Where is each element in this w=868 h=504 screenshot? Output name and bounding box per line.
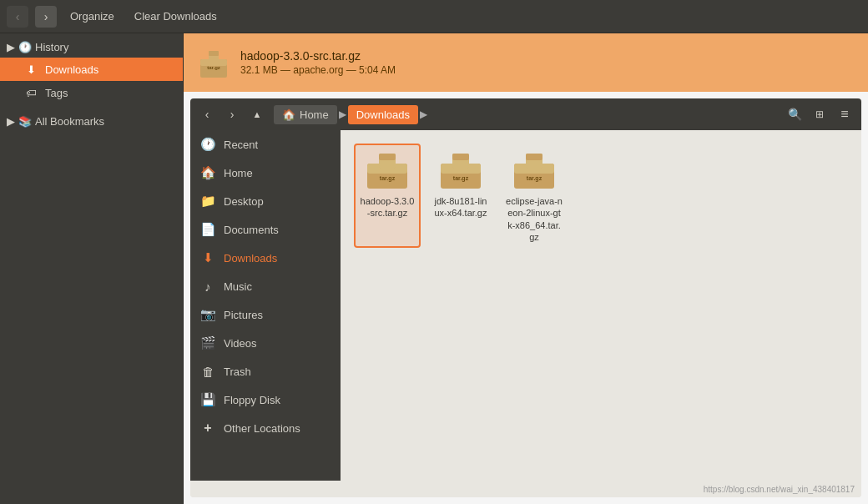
fm-footer: https://blog.csdn.net/wai_xin_438401817 [190, 481, 861, 497]
all-bookmarks-label: All Bookmarks [35, 115, 104, 128]
floppy-icon: 💾 [200, 392, 215, 407]
desktop-icon: 📁 [200, 194, 215, 209]
downloads-sidebar: ▶ 🕐 History ⬇ Downloads 🏷 Tags ▶ 📚 All B… [0, 33, 184, 504]
fm-up-button[interactable]: ▲ [245, 103, 269, 126]
music-icon: ♪ [200, 279, 215, 294]
fm-sidebar-recent[interactable]: 🕐 Recent [190, 130, 341, 159]
svg-rect-18 [526, 154, 542, 160]
back-button[interactable]: ‹ [7, 6, 28, 28]
fm-toolbar: ‹ › ▲ 🏠 Home ▶ Downloads ▶ 🔍 ⊞ [190, 98, 861, 130]
file-item-jdk[interactable]: tar.gz jdk-8u181-linux-x64.tar.gz [427, 144, 494, 248]
fm-body: 🕐 Recent 🏠 Home 📁 Desktop 📄 Documents [190, 130, 861, 481]
fm-view-toggle-button[interactable]: ⊞ [808, 103, 831, 126]
fm-sidebar-videos[interactable]: 🎬 Videos [190, 329, 341, 357]
fm-sidebar-floppy[interactable]: 💾 Floppy Disk [190, 386, 341, 414]
svg-rect-3 [209, 51, 219, 56]
svg-text:tar.gz: tar.gz [380, 175, 396, 182]
file-label-hadoop: hadoop-3.3.0-src.tar.gz [359, 195, 416, 219]
fm-sidebar-downloads[interactable]: ⬇ Downloads [190, 244, 341, 272]
fm-files-area: tar.gz hadoop-3.3.0-src.tar.gz [341, 130, 861, 481]
videos-icon: 🎬 [200, 335, 215, 350]
bookmarks-icon: 📚 [18, 115, 32, 128]
fm-toolbar-right: 🔍 ⊞ ≡ [783, 103, 856, 126]
fm-menu-button[interactable]: ≡ [833, 103, 856, 126]
fm-breadcrumb: 🏠 Home ▶ Downloads ▶ [270, 105, 781, 124]
fm-sidebar-desktop[interactable]: 📁 Desktop [190, 187, 341, 215]
main-layout: ▶ 🕐 History ⬇ Downloads 🏷 Tags ▶ 📚 All B… [0, 33, 868, 504]
recent-icon: 🕐 [200, 137, 215, 152]
svg-rect-13 [452, 154, 469, 160]
breadcrumb-home[interactable]: 🏠 Home [274, 105, 337, 124]
forward-button[interactable]: › [35, 6, 57, 28]
pictures-icon: 📷 [200, 307, 215, 322]
download-bar-icon: tar.gz [197, 46, 230, 79]
history-expand-arrow: ▶ [7, 41, 15, 53]
fm-sidebar-pictures[interactable]: 📷 Pictures [190, 300, 341, 329]
tags-label: Tags [45, 87, 68, 99]
sidebar-item-downloads[interactable]: ⬇ Downloads [0, 58, 183, 81]
fm-forward-button[interactable]: › [220, 103, 244, 126]
download-meta: 32.1 MB — apache.org — 5:04 AM [240, 64, 855, 76]
bookmarks-expand-arrow: ▶ [7, 115, 15, 128]
file-icon-jdk: tar.gz [439, 149, 482, 192]
home-breadcrumb-icon: 🏠 [282, 108, 295, 121]
trash-icon: 🗑 [200, 364, 215, 379]
file-icon-eclipse: tar.gz [512, 149, 556, 192]
breadcrumb-separator: ▶ [339, 108, 346, 120]
download-filename: hadoop-3.3.0-src.tar.gz [240, 49, 855, 63]
fm-sidebar-documents[interactable]: 📄 Documents [190, 215, 341, 244]
file-item-eclipse[interactable]: tar.gz eclipse-java-neon-2linux-gtk-x86_… [501, 144, 568, 248]
sidebar-bookmarks-group[interactable]: ▶ 📚 All Bookmarks [0, 111, 183, 132]
documents-icon: 📄 [200, 222, 215, 237]
svg-text:tar.gz: tar.gz [453, 175, 469, 182]
downloads-icon: ⬇ [23, 62, 38, 77]
file-icon-hadoop: tar.gz [366, 149, 409, 192]
fm-sidebar-trash[interactable]: 🗑 Trash [190, 357, 341, 386]
tags-icon: 🏷 [23, 85, 38, 100]
fm-search-button[interactable]: 🔍 [783, 103, 806, 126]
svg-text:tar.gz: tar.gz [527, 175, 542, 182]
download-bar: tar.gz hadoop-3.3.0-src.tar.gz 32.1 MB —… [184, 33, 868, 92]
svg-rect-8 [379, 154, 396, 160]
file-item-hadoop[interactable]: tar.gz hadoop-3.3.0-src.tar.gz [354, 144, 421, 248]
organize-button[interactable]: Organize [63, 7, 121, 26]
file-label-eclipse: eclipse-java-neon-2linux-gtk-x86_64.tar.… [506, 195, 563, 243]
clock-icon: 🕐 [18, 41, 32, 53]
content-area: tar.gz hadoop-3.3.0-src.tar.gz 32.1 MB —… [184, 33, 868, 504]
downloads-label: Downloads [45, 63, 98, 76]
file-label-jdk: jdk-8u181-linux-x64.tar.gz [432, 195, 489, 219]
download-bar-info: hadoop-3.3.0-src.tar.gz 32.1 MB — apache… [240, 49, 855, 76]
home-icon: 🏠 [200, 165, 215, 180]
file-manager: ‹ › ▲ 🏠 Home ▶ Downloads ▶ 🔍 ⊞ [190, 98, 861, 497]
sidebar-section-history: ▶ 🕐 History ⬇ Downloads 🏷 Tags [0, 33, 183, 108]
sidebar-section-bookmarks: ▶ 📚 All Bookmarks [0, 108, 183, 135]
svg-text:tar.gz: tar.gz [207, 65, 220, 70]
fm-back-button[interactable]: ‹ [195, 103, 219, 126]
breadcrumb-downloads[interactable]: Downloads [348, 105, 418, 124]
other-locations-icon: + [200, 421, 215, 436]
fm-sidebar-other[interactable]: + Other Locations [190, 414, 341, 442]
fm-sidebar-music[interactable]: ♪ Music [190, 272, 341, 300]
fm-sidebar-home[interactable]: 🏠 Home [190, 159, 341, 187]
fm-sidebar: 🕐 Recent 🏠 Home 📁 Desktop 📄 Documents [190, 130, 341, 481]
clear-downloads-button[interactable]: Clear Downloads [128, 7, 224, 26]
sidebar-history-group[interactable]: ▶ 🕐 History [0, 37, 183, 58]
downloads-fm-icon: ⬇ [200, 250, 215, 265]
sidebar-item-tags[interactable]: 🏷 Tags [0, 81, 183, 104]
history-label: History [35, 41, 68, 53]
fm-footer-text: https://blog.csdn.net/wai_xin_438401817 [704, 485, 855, 494]
breadcrumb-end-arrow: ▶ [420, 108, 427, 120]
top-toolbar: ‹ › Organize Clear Downloads [0, 0, 868, 33]
